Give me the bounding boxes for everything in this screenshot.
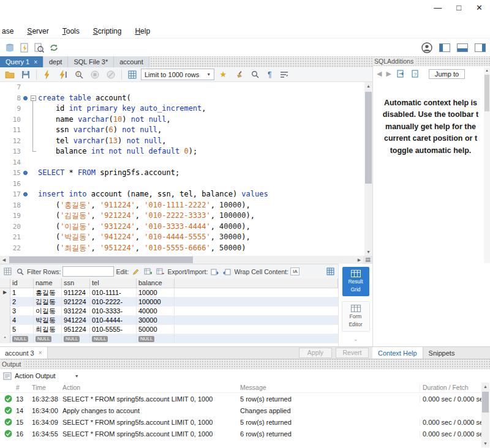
view-tile-result-grid[interactable]: ResultGrid <box>342 267 369 296</box>
tab-query-1[interactable]: Query 1× <box>0 56 43 67</box>
revert-button[interactable]: Revert <box>336 348 369 358</box>
apply-button[interactable]: Apply <box>299 348 332 358</box>
tab-account[interactable]: account <box>114 56 149 67</box>
row-selector[interactable] <box>0 325 10 334</box>
table-cell[interactable]: 3 <box>10 307 34 315</box>
toggle-wrap-button[interactable] <box>277 67 292 82</box>
table-cell[interactable]: NULL <box>34 334 62 343</box>
column-header-balance[interactable]: balance <box>137 278 175 288</box>
code-line[interactable]: 10 name varchar(10) not null, <box>0 114 364 125</box>
table-cell[interactable]: 1 <box>10 288 34 297</box>
close-icon[interactable]: × <box>39 349 42 356</box>
nav-forward-icon[interactable]: ▶ <box>386 70 391 78</box>
open-script-button[interactable] <box>32 40 47 55</box>
table-cell[interactable]: 010-3333-4444 <box>90 307 137 315</box>
table-row[interactable]: 3이길동931224010-3333-444440000 <box>0 307 338 316</box>
menu-help[interactable]: Help <box>128 27 157 35</box>
scrollbar-track[interactable] <box>364 90 372 248</box>
limit-rows-toggle-button[interactable] <box>125 67 140 82</box>
output-column-action[interactable]: Action <box>62 384 240 391</box>
table-cell[interactable]: 951224 <box>62 325 90 334</box>
export-button[interactable] <box>209 266 220 277</box>
chevron-down-icon[interactable]: ▼ <box>75 374 79 378</box>
code-line[interactable]: 12 tel varchar(13) not null, <box>0 136 364 147</box>
table-cell[interactable]: 100000 <box>137 297 175 306</box>
table-cell[interactable]: 이길동 <box>34 307 62 315</box>
code-lines[interactable]: 78−create table account(9 id int primary… <box>0 82 364 253</box>
output-column-[interactable]: # <box>16 384 32 391</box>
editor-maximize-button[interactable]: ▤ <box>363 256 372 264</box>
sync-button[interactable] <box>47 40 61 55</box>
new-snippet-button[interactable]: ★ <box>216 67 230 82</box>
scrollbar-track[interactable] <box>8 256 355 264</box>
toggle-invisibles-button[interactable]: ¶ <box>263 67 276 82</box>
execute-current-button[interactable] <box>56 67 70 82</box>
view-tile-form-editor[interactable]: FormEditor <box>342 301 370 332</box>
menu-tools[interactable]: Tools <box>56 27 86 35</box>
table-cell[interactable]: 911224 <box>62 288 90 297</box>
output-row[interactable]: 1616:34:55SELECT * FROM spring5fs.accoun… <box>0 428 490 439</box>
sql-editor[interactable]: 78−create table account(9 id int primary… <box>0 82 364 256</box>
wrap-cell-content-toggle[interactable]: IA <box>290 267 300 275</box>
code-line[interactable]: 19 ('김길동', '921224', '010-2222-3333', 10… <box>0 211 364 222</box>
result-tab-account-3[interactable]: account 3 × <box>0 347 48 359</box>
table-cell[interactable]: 5 <box>10 325 34 334</box>
tab-sql-file-3[interactable]: SQL File 3* <box>68 56 114 67</box>
editor-vertical-scrollbar[interactable]: ▲ ▼ <box>364 82 372 256</box>
table-cell[interactable]: 010-1111-2222 <box>90 288 137 297</box>
import-button[interactable] <box>222 266 232 277</box>
beautify-button[interactable] <box>232 67 246 82</box>
tab-dept[interactable]: dept <box>43 56 68 67</box>
row-selector[interactable] <box>0 297 10 306</box>
code-line[interactable]: 13 balance int not null default 0); <box>0 146 364 157</box>
table-row[interactable]: ▶1홍길동911224010-1111-222210000 <box>0 288 338 297</box>
save-button[interactable] <box>18 67 33 82</box>
close-icon[interactable]: × <box>34 59 37 65</box>
edit-record-button[interactable] <box>130 266 141 277</box>
output-column-message[interactable]: Message <box>240 384 420 391</box>
new-query-tab-button[interactable] <box>17 40 32 55</box>
table-cell[interactable]: 010-2222-3333 <box>90 297 137 306</box>
menu-ase[interactable]: ase <box>0 27 20 35</box>
result-grid-menu-button[interactable] <box>2 266 13 277</box>
menu-scripting[interactable]: Scripting <box>86 27 129 35</box>
table-row[interactable]: 5최길동951224010-5555-666650000 <box>0 325 338 334</box>
column-header-id[interactable]: id <box>10 278 34 288</box>
execute-button[interactable] <box>40 67 55 82</box>
output-scrollbar[interactable]: ▲ ▼ <box>481 383 489 447</box>
table-cell[interactable]: 941224 <box>62 316 90 324</box>
code-line[interactable]: 8−create table account( <box>0 93 364 104</box>
table-cell[interactable]: 30000 <box>137 316 175 324</box>
toggle-right-panel-button[interactable] <box>473 40 488 55</box>
output-row[interactable]: 1316:32:38SELECT * FROM spring5fs.accoun… <box>0 393 490 405</box>
context-help-lookup-button[interactable] <box>396 69 406 79</box>
scroll-left-icon[interactable]: ◀ <box>0 256 8 264</box>
toggle-bottom-panel-button[interactable] <box>455 40 470 55</box>
table-row[interactable]: 2김길동921224010-2222-3333100000 <box>0 297 338 307</box>
code-line[interactable]: 7 <box>0 82 364 93</box>
close-button[interactable]: ✕ <box>476 3 483 12</box>
scroll-up-icon[interactable]: ▲ <box>481 383 489 390</box>
fold-collapse-icon[interactable]: − <box>31 95 36 101</box>
code-line[interactable]: 18 ('홍길동', '911224', '010-1111-2222', 10… <box>0 200 364 211</box>
table-cell[interactable]: NULL <box>90 334 137 343</box>
table-cell[interactable]: 931224 <box>62 307 90 315</box>
table-cell[interactable]: 최길동 <box>34 325 62 334</box>
code-line[interactable]: 14 <box>0 157 364 168</box>
scrollbar-track[interactable] <box>481 390 489 439</box>
row-selector[interactable]: * <box>0 334 10 343</box>
minimize-button[interactable]: — <box>434 3 442 12</box>
scroll-up-icon[interactable]: ▲ <box>364 82 372 90</box>
table-cell[interactable]: 921224 <box>62 297 90 306</box>
add-row-button[interactable] <box>143 266 153 277</box>
table-cell[interactable]: 50000 <box>137 325 175 334</box>
nav-back-icon[interactable]: ◀ <box>377 70 382 78</box>
column-header-name[interactable]: name <box>34 278 62 288</box>
explain-plan-button[interactable] <box>72 67 86 82</box>
output-row[interactable]: 1516:34:09SELECT * FROM spring5fs.accoun… <box>0 416 490 428</box>
sql-additions-scrollbar[interactable]: ▲ <box>484 67 490 263</box>
context-help-auto-button[interactable]: ? <box>410 69 421 79</box>
table-cell[interactable]: NULL <box>62 334 90 343</box>
scrollbar-thumb[interactable] <box>482 392 489 413</box>
table-row[interactable]: 4박길동941224010-4444-555530000 <box>0 316 338 325</box>
